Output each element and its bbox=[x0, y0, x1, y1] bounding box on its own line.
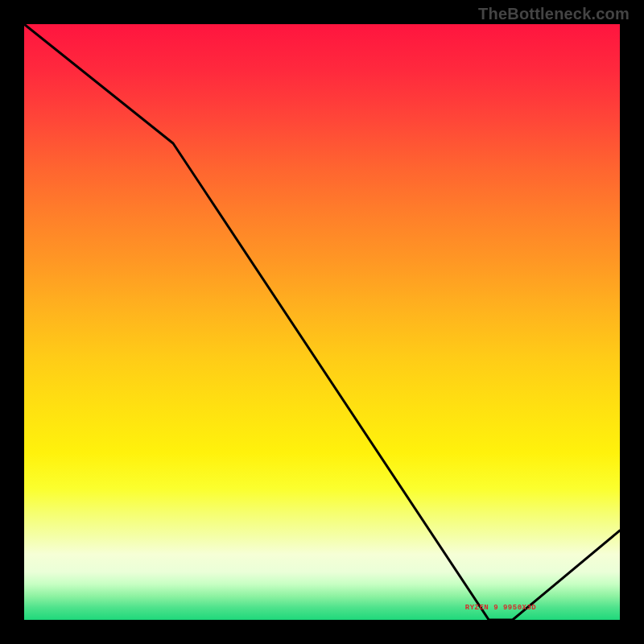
watermark-text: TheBottleneck.com bbox=[478, 5, 630, 23]
chart-frame: TheBottleneck.com RYZEN 9 9950X3D bbox=[0, 0, 644, 644]
line-svg bbox=[24, 24, 620, 620]
plot-area: RYZEN 9 9950X3D bbox=[24, 24, 620, 620]
line-path bbox=[24, 24, 620, 620]
